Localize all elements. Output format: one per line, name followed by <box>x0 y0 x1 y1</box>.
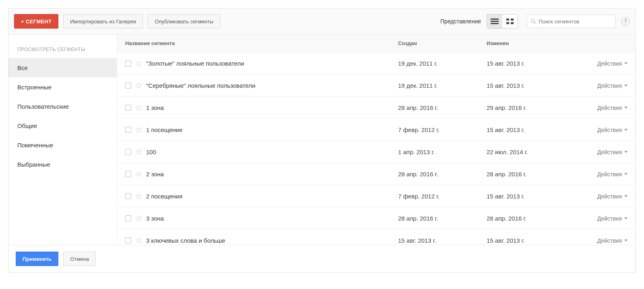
sidebar-item[interactable]: Помеченные <box>8 135 117 155</box>
apply-button[interactable]: Применить <box>16 252 58 266</box>
actions-label: Действия <box>597 215 622 222</box>
svg-rect-6 <box>511 22 514 24</box>
star-icon[interactable] <box>135 60 142 67</box>
view-switch <box>487 14 518 29</box>
chevron-down-icon <box>624 195 627 197</box>
star-icon[interactable] <box>135 171 142 178</box>
grid-icon <box>506 19 514 24</box>
sidebar-item[interactable]: Выбранные <box>8 155 117 174</box>
svg-line-8 <box>534 22 536 24</box>
star-icon[interactable] <box>135 237 142 244</box>
svg-rect-5 <box>506 22 509 24</box>
created-cell: 28 апр. 2016 г. <box>398 104 487 111</box>
row-actions-button[interactable]: Действия <box>575 215 627 222</box>
modified-cell: 28 апр. 2016 г. <box>487 171 575 178</box>
row-checkbox[interactable] <box>125 105 131 111</box>
row-actions-button[interactable]: Действия <box>575 127 627 133</box>
row-checkbox[interactable] <box>125 83 131 89</box>
star-icon[interactable] <box>135 82 142 89</box>
row-checkbox[interactable] <box>125 60 131 66</box>
table-row[interactable]: "Серебряные" лояльные пользователи19 дек… <box>117 74 636 97</box>
sidebar-heading: ПРОСМОТРЕТЬ СЕГМЕНТЫ <box>8 47 117 58</box>
import-gallery-button[interactable]: Импортировать из Галереи <box>63 14 143 29</box>
sidebar-item[interactable]: Встроенные <box>8 77 117 97</box>
modified-cell: 15 авг. 2013 г. <box>487 237 575 244</box>
row-actions-button[interactable]: Действия <box>575 60 627 67</box>
row-actions-button[interactable]: Действия <box>575 105 627 111</box>
actions-label: Действия <box>597 60 622 67</box>
row-checkbox[interactable] <box>125 149 131 155</box>
search-input[interactable] <box>539 19 612 25</box>
chevron-down-icon <box>624 107 627 109</box>
view-grid-button[interactable] <box>502 14 518 28</box>
row-actions-button[interactable]: Действия <box>575 171 627 178</box>
svg-rect-2 <box>491 23 499 24</box>
table-row[interactable]: 3 зона28 апр. 2016 г.28 апр. 2016 г.Дейс… <box>117 207 636 229</box>
table-row[interactable]: 3 ключевых слова и больше15 авг. 2013 г.… <box>117 229 636 245</box>
svg-rect-0 <box>491 19 499 20</box>
row-checkbox[interactable] <box>125 237 131 244</box>
row-checkbox[interactable] <box>125 171 131 177</box>
sidebar-item-label: Пользовательские <box>17 103 69 110</box>
actions-label: Действия <box>597 193 622 200</box>
star-icon[interactable] <box>135 126 142 133</box>
table-row[interactable]: 2 посещения7 февр. 2012 г.15 авг. 2013 г… <box>117 185 636 207</box>
chevron-down-icon <box>624 217 627 219</box>
view-list-button[interactable] <box>487 14 502 28</box>
table-row[interactable]: 1 зона28 апр. 2016 г.29 апр. 2016 г.Дейс… <box>117 97 636 119</box>
segment-name: 1 зона <box>146 104 164 111</box>
table-header: Название сегмента Создан Изменен <box>117 35 636 52</box>
publish-segments-button[interactable]: Опубликовать сегменты <box>148 14 220 29</box>
created-cell: 19 дек. 2011 г. <box>398 82 487 89</box>
table-row[interactable]: "Золотые" лояльные пользователи19 дек. 2… <box>117 52 636 74</box>
chevron-down-icon <box>624 62 627 64</box>
star-icon[interactable] <box>135 149 142 155</box>
search-icon <box>530 19 536 24</box>
search-box[interactable] <box>527 14 615 28</box>
modified-cell: 28 апр. 2016 г. <box>487 215 575 222</box>
cancel-button[interactable]: Отмена <box>63 252 96 266</box>
help-button[interactable]: ? <box>621 17 630 26</box>
view-label: Представление <box>440 18 481 25</box>
row-checkbox[interactable] <box>125 193 131 199</box>
table-row[interactable]: 1 посещение7 февр. 2012 г.15 авг. 2013 г… <box>117 119 636 141</box>
row-checkbox[interactable] <box>125 215 131 221</box>
sidebar-item-label: Выбранные <box>17 161 50 168</box>
star-icon[interactable] <box>135 215 142 222</box>
created-cell: 28 апр. 2016 г. <box>398 215 487 222</box>
sidebar-item[interactable]: Все <box>8 58 117 77</box>
table-body[interactable]: "Золотые" лояльные пользователи19 дек. 2… <box>117 52 636 245</box>
svg-rect-3 <box>506 19 509 21</box>
modified-cell: 29 апр. 2016 г. <box>487 104 575 111</box>
modified-cell: 15 авг. 2013 г. <box>487 82 575 89</box>
segment-name: 3 ключевых слова и больше <box>146 237 225 244</box>
created-cell: 28 апр. 2016 г. <box>398 171 487 178</box>
table-row[interactable]: 1001 апр. 2013 г.22 июл. 2014 г.Действия <box>117 141 636 163</box>
table-row[interactable]: 2 зона28 апр. 2016 г.28 апр. 2016 г.Дейс… <box>117 163 636 185</box>
sidebar-item[interactable]: Общие <box>8 116 117 135</box>
list-icon <box>491 18 499 25</box>
actions-label: Действия <box>597 83 622 89</box>
header-created[interactable]: Создан <box>398 40 487 46</box>
segment-name: 2 посещения <box>146 193 182 200</box>
row-actions-button[interactable]: Действия <box>575 237 627 244</box>
header-modified[interactable]: Изменен <box>487 40 575 46</box>
row-actions-button[interactable]: Действия <box>575 193 627 200</box>
segment-name: "Золотые" лояльные пользователи <box>146 60 244 67</box>
star-icon[interactable] <box>135 104 142 111</box>
sidebar-item-label: Помеченные <box>17 142 53 149</box>
toolbar: + СЕГМЕНТ Импортировать из Галереи Опубл… <box>8 8 636 35</box>
star-icon[interactable] <box>135 193 142 200</box>
sidebar-item[interactable]: Пользовательские <box>8 97 117 116</box>
segment-name: 3 зона <box>146 215 164 222</box>
chevron-down-icon <box>624 151 627 153</box>
sidebar-item-label: Встроенные <box>17 84 52 91</box>
footer: Применить Отмена <box>8 245 636 272</box>
row-actions-button[interactable]: Действия <box>575 149 627 155</box>
new-segment-button[interactable]: + СЕГМЕНТ <box>14 14 58 29</box>
row-actions-button[interactable]: Действия <box>575 83 627 89</box>
row-checkbox[interactable] <box>125 127 131 133</box>
created-cell: 7 февр. 2012 г. <box>398 193 487 200</box>
header-name[interactable]: Название сегмента <box>125 40 398 46</box>
created-cell: 15 авг. 2013 г. <box>398 237 487 244</box>
